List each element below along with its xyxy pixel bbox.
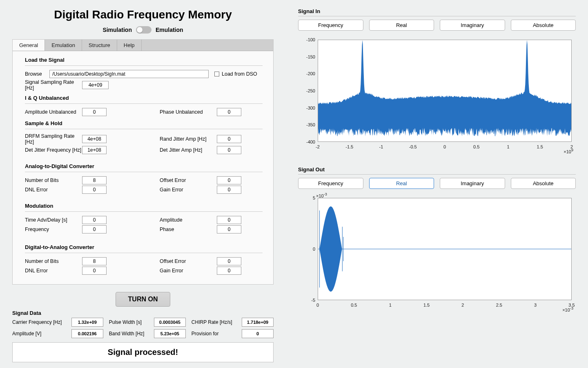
mode-toggle[interactable] <box>136 26 151 34</box>
mod-time-input[interactable] <box>82 216 107 224</box>
sh-dsr-input[interactable] <box>82 135 107 143</box>
section-load-title: Load the Signal <box>25 57 263 63</box>
signal-srate-label: Signal Sampling Rate [Hz] <box>25 79 82 91</box>
signal-in-title: Signal In <box>298 8 576 14</box>
dac-gain-input[interactable] <box>217 267 241 275</box>
sh-rja-input[interactable] <box>217 135 241 143</box>
status-bar: Signal processed! <box>12 342 274 362</box>
mod-freq-input[interactable] <box>82 225 107 233</box>
load-dso-checkbox[interactable] <box>214 72 219 76</box>
sigout-btn-imaginary[interactable]: Imaginary <box>440 178 505 189</box>
sh-rja-label: Rand Jitter Amp [Hz] <box>160 136 217 142</box>
sh-dja-input[interactable] <box>217 146 241 154</box>
adc-gain-input[interactable] <box>217 186 241 194</box>
section-adc-title: Analog-to-Digital Converter <box>25 163 263 169</box>
signal-srate-input[interactable] <box>82 81 109 89</box>
page-title: Digital Radio Frequency Memory <box>12 8 274 21</box>
mod-phase-label: Phase <box>160 227 217 232</box>
dac-gain-label: Gain Error <box>160 268 217 274</box>
main-tabs: General Emulation Structure Help Load th… <box>12 39 274 285</box>
signal-out-title: Signal Out <box>298 166 576 173</box>
adc-dnl-input[interactable] <box>82 186 107 194</box>
turn-on-button[interactable]: TURN ON <box>116 292 171 307</box>
sd-pw-label: Pulse Width [s] <box>109 319 148 325</box>
sd-chirp-value: 1.718e+09 <box>242 318 274 327</box>
tab-general[interactable]: General <box>13 40 45 51</box>
iq-amp-label: Amplitude Unbalanced <box>25 109 82 115</box>
sh-dsr-label: DRFM Sampling Rate [Hz] <box>25 133 82 145</box>
sigout-btn-absolute[interactable]: Absolute <box>511 178 576 189</box>
sh-djf-input[interactable] <box>82 146 107 154</box>
mode-emulation-label: Emulation <box>156 27 183 33</box>
sh-djf-label: Det Jitter Frequency [Hz] <box>25 147 82 153</box>
dac-dnl-label: DNL Error <box>25 268 82 274</box>
signal-data-grid: Carrier Frequency [Hz] 1.32e+09 Pulse Wi… <box>12 318 274 338</box>
adc-bits-label: Number of Bits <box>25 177 82 183</box>
mod-amp-input[interactable] <box>217 216 241 224</box>
iq-amp-input[interactable] <box>82 108 107 116</box>
signal-path-input[interactable] <box>49 70 209 78</box>
dac-bits-label: Number of Bits <box>25 258 82 264</box>
tab-help[interactable]: Help <box>117 40 142 51</box>
sd-bw-label: Band Width [Hz] <box>109 331 148 337</box>
sigout-btn-real[interactable]: Real <box>369 178 434 189</box>
sigout-btn-frequency[interactable]: Frequency <box>298 178 363 189</box>
section-iq-title: I & Q Unbalanced <box>25 95 263 101</box>
signal-out-plot: ×10-3 ×10-3 -50500.511.522.533.5 <box>298 194 576 312</box>
adc-gain-label: Gain Error <box>160 187 217 193</box>
sd-amp-value: 0.002196 <box>71 329 103 338</box>
iq-phase-input[interactable] <box>217 108 241 116</box>
iq-phase-label: Phase Unbalanced <box>160 109 217 115</box>
sd-chirp-label: CHIRP Rate [Hz/s] <box>192 319 236 325</box>
signal-data-title: Signal Data <box>12 310 274 316</box>
adc-off-input[interactable] <box>217 176 241 184</box>
section-sh-title: Sample & Hold <box>25 120 263 126</box>
sd-cf-value: 1.32e+09 <box>71 318 103 327</box>
tab-emulation[interactable]: Emulation <box>45 40 82 51</box>
sd-bw-value: 5.23e+05 <box>154 329 186 338</box>
dac-off-input[interactable] <box>217 257 241 265</box>
tab-spacer <box>142 40 273 51</box>
section-mod-title: Modulation <box>25 203 263 209</box>
mod-amp-label: Amplitude <box>160 217 217 223</box>
mod-freq-label: Frequency <box>25 227 82 232</box>
browse-label[interactable]: Browse <box>25 71 49 77</box>
sigin-btn-absolute[interactable]: Absolute <box>511 20 576 31</box>
sd-amp-label: Amplitude [V] <box>12 331 66 337</box>
tab-structure[interactable]: Structure <box>82 40 117 51</box>
dac-dnl-input[interactable] <box>82 267 107 275</box>
sigin-btn-frequency[interactable]: Frequency <box>298 20 363 31</box>
sigin-btn-real[interactable]: Real <box>369 20 434 31</box>
load-dso-label: Load from DSO <box>222 71 257 77</box>
mod-time-label: Time Adv/Delay [s] <box>25 217 82 223</box>
mode-simulation-label: Simulation <box>102 27 132 33</box>
signal-in-plot: ×109 -100-150-200-250-300-350-400-2-1.5-… <box>298 36 576 154</box>
sh-dja-label: Det Jitter Amp [Hz] <box>160 147 217 153</box>
sd-prov-value: 0 <box>242 329 274 338</box>
dac-bits-input[interactable] <box>82 257 107 265</box>
mod-phase-input[interactable] <box>217 225 241 233</box>
sd-cf-label: Carrier Frequency [Hz] <box>12 319 66 325</box>
adc-off-label: Offset Error <box>160 177 217 183</box>
sd-prov-label: Provision for <box>192 331 236 337</box>
dac-off-label: Offset Error <box>160 258 217 264</box>
adc-bits-input[interactable] <box>82 176 107 184</box>
adc-dnl-label: DNL Error <box>25 187 82 193</box>
sd-pw-value: 0.0003045 <box>154 318 186 327</box>
sigin-btn-imaginary[interactable]: Imaginary <box>440 20 505 31</box>
section-dac-title: Digital-to-Analog Converter <box>25 244 263 250</box>
